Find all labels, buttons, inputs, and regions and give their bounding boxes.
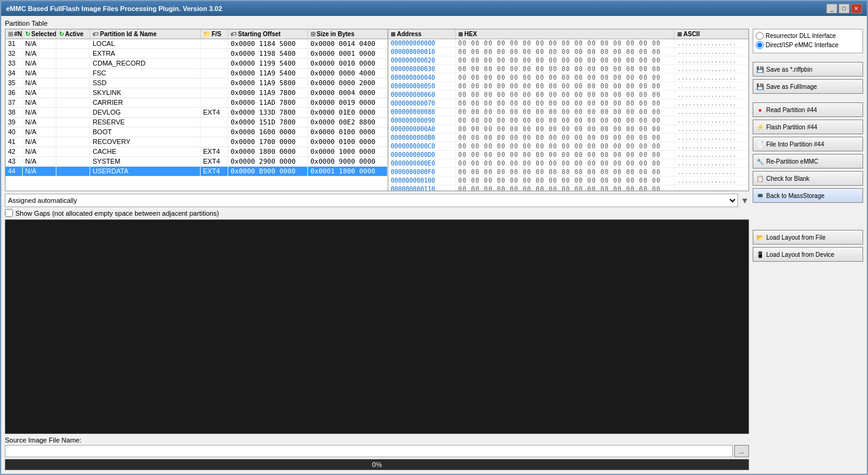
cell-active <box>56 137 90 146</box>
table-row[interactable]: 40 N/A BOOT 0x0000 1600 0000 0x0000 0100… <box>6 127 388 137</box>
hex-bytes: 00 00 00 00 00 00 00 00 00 00 00 00 00 0… <box>456 108 675 116</box>
dropdown-arrow[interactable]: ▼ <box>740 196 749 205</box>
cell-active <box>56 59 90 68</box>
table-row[interactable]: 32 N/A EXTRA 0x0000 1198 5400 0x0000 000… <box>6 49 388 59</box>
hex-ascii: ................ <box>675 159 748 167</box>
cell-name: RESERVE <box>90 118 201 127</box>
table-row[interactable]: 38 N/A DEVLOG EXT4 0x0000 133D 7800 0x00… <box>6 108 388 118</box>
hex-bytes: 00 00 00 00 00 00 00 00 00 00 00 00 00 0… <box>456 134 675 142</box>
cell-size: 0x0000 0100 0000 <box>308 137 388 146</box>
cell-fs <box>201 39 228 48</box>
file-into-partition-button[interactable]: 📄 File Into Partition #44 <box>753 137 863 151</box>
maximize-button[interactable]: □ <box>839 4 850 13</box>
hex-address: 000000000090 <box>388 116 456 124</box>
hex-address: 000000000110 <box>388 185 456 191</box>
cell-selected: N/A <box>23 108 56 117</box>
folder-icon: 📁 <box>203 31 210 37</box>
hex-bytes: 00 00 00 00 00 00 00 00 00 00 00 00 00 0… <box>456 116 675 124</box>
hex-ascii: ................ <box>675 125 748 133</box>
left-panel: ⊞ #N ↻ Selected ↻ Active <box>5 29 749 470</box>
save-fullimage-button[interactable]: 💾 Save as FullImage <box>753 79 863 94</box>
table-row[interactable]: 43 N/A SYSTEM EXT4 0x0000 2900 0000 0x00… <box>6 157 388 167</box>
hex-addr-header: ⊞ Address <box>388 29 456 39</box>
source-input[interactable] <box>5 445 733 457</box>
cell-size: 0x0000 01E0 0000 <box>308 108 388 117</box>
cell-fs: EXT4 <box>201 108 228 117</box>
cell-fs <box>201 98 228 107</box>
close-button[interactable]: ✕ <box>851 4 862 13</box>
hex-row: 0000000000A0 00 00 00 00 00 00 00 00 00 … <box>388 125 748 134</box>
hex-address: 000000000060 <box>388 91 456 99</box>
table-row[interactable]: 33 N/A CDMA_RECORD 0x0000 1199 5400 0x00… <box>6 59 388 69</box>
browse-button[interactable]: ... <box>734 445 749 457</box>
hex-bytes: 00 00 00 00 00 00 00 00 00 00 00 00 00 0… <box>456 39 675 47</box>
hex-row: 0000000000D0 00 00 00 00 00 00 00 00 00 … <box>388 151 748 159</box>
save-riffpbin-button[interactable]: 💾 Save as *.riffpbin <box>753 62 863 77</box>
flash-partition-button[interactable]: ⚡ Flash Partition #44 <box>753 120 863 134</box>
show-gaps-checkbox[interactable] <box>5 209 13 217</box>
cell-name: USERDATA <box>90 167 201 176</box>
check-blank-button[interactable]: 📋 Check for Blank <box>753 171 863 186</box>
table-row[interactable]: 37 N/A CARRIER 0x0000 11AD 7800 0x0000 0… <box>6 98 388 108</box>
cell-offset: 0x0000 1184 5000 <box>228 39 308 48</box>
table-scroll[interactable]: 31 N/A LOCAL 0x0000 1184 5000 0x0000 001… <box>6 39 388 191</box>
cell-active <box>56 108 90 117</box>
cell-active <box>56 167 90 176</box>
cell-selected: N/A <box>23 157 56 166</box>
cell-selected: N/A <box>23 69 56 78</box>
col-header-num: ⊞ #N <box>6 29 23 39</box>
window-title: eMMC Based FullFlash Image Files Process… <box>6 5 222 12</box>
hex-row: 000000000110 00 00 00 00 00 00 00 00 00 … <box>388 185 748 191</box>
cell-active <box>56 127 90 137</box>
radio-resurrector[interactable] <box>756 32 764 40</box>
col-header-size: ⊞ Size in Bytes <box>308 29 388 39</box>
table-row[interactable]: 42 N/A CACHE EXT4 0x0000 1800 0000 0x000… <box>6 147 388 157</box>
hex-ascii: ................ <box>675 39 748 47</box>
cell-size: 0x0000 0010 0000 <box>308 59 388 68</box>
back-massstorage-icon: 💻 <box>756 191 764 200</box>
hex-body[interactable]: 000000000000 00 00 00 00 00 00 00 00 00 … <box>388 39 748 191</box>
partition-table-label: Partition Table <box>5 20 863 27</box>
cell-offset: 0x0000 151D 7800 <box>228 118 308 127</box>
cell-num: 40 <box>6 127 23 137</box>
cell-name: CARRIER <box>90 98 201 107</box>
cell-num: 39 <box>6 118 23 127</box>
hex-row: 0000000000E0 00 00 00 00 00 00 00 00 00 … <box>388 159 748 168</box>
table-row[interactable]: 31 N/A LOCAL 0x0000 1184 5000 0x0000 001… <box>6 39 388 49</box>
content-area: Partition Table ⊞ #N <box>1 16 867 474</box>
hex-row: 000000000020 00 00 00 00 00 00 00 00 00 … <box>388 56 748 65</box>
hex-ascii: ................ <box>675 91 748 99</box>
table-row[interactable]: 34 N/A FSC 0x0000 11A9 5400 0x0000 0000 … <box>6 69 388 78</box>
hex-address: 0000000000B0 <box>388 134 456 142</box>
cell-offset: 0x0000 11A9 5800 <box>228 78 308 88</box>
load-layout-device-button[interactable]: 📱 Load Layout from Device <box>753 247 863 262</box>
cell-num: 42 <box>6 147 23 156</box>
show-gaps-label: Show Gaps (not allocated empty space bet… <box>15 210 219 217</box>
hex-address: 000000000070 <box>388 99 456 107</box>
interface-radio-group: Resurrector DLL Interface Direct/ISP eMM… <box>753 29 863 53</box>
radio-direct-label: Direct/ISP eMMC Interface <box>766 42 839 48</box>
minimize-button[interactable]: _ <box>826 4 837 13</box>
read-partition-button[interactable]: ● Read Partition #44 <box>753 102 863 117</box>
dropdown-row: Assigned automatically ▼ <box>5 194 749 207</box>
table-row[interactable]: 41 N/A RECOVERY 0x0000 1700 0000 0x0000 … <box>6 137 388 147</box>
back-massstorage-button[interactable]: 💻 Back to MassStorage <box>753 188 863 203</box>
cell-num: 41 <box>6 137 23 146</box>
table-row[interactable]: 44 N/A USERDATA EXT4 0x0000 B900 0000 0x… <box>6 167 388 177</box>
progress-bar-container: 0% <box>5 459 749 470</box>
refresh-icon: ↻ <box>25 31 30 37</box>
cell-active <box>56 147 90 156</box>
load-layout-file-button[interactable]: 📂 Load Layout from File <box>753 230 863 245</box>
radio-direct[interactable] <box>756 41 764 49</box>
cell-name: BOOT <box>90 127 201 137</box>
assignment-dropdown[interactable]: Assigned automatically <box>5 194 738 207</box>
hex-bytes: 00 00 00 00 00 00 00 00 00 00 00 00 00 0… <box>456 159 675 167</box>
hex-bytes: 00 00 00 00 00 00 00 00 00 00 00 00 00 0… <box>456 125 675 133</box>
cell-num: 44 <box>6 167 23 176</box>
hex-ascii: ................ <box>675 142 748 150</box>
repartition-button[interactable]: 🔧 Re-Partition eMMC <box>753 154 863 169</box>
cell-size: 0x0000 0014 0400 <box>308 39 388 48</box>
table-row[interactable]: 39 N/A RESERVE 0x0000 151D 7800 0x0000 0… <box>6 118 388 127</box>
table-row[interactable]: 36 N/A SKYLINK 0x0000 11A9 7800 0x0000 0… <box>6 88 388 98</box>
table-row[interactable]: 35 N/A SSD 0x0000 11A9 5800 0x0000 0000 … <box>6 78 388 88</box>
